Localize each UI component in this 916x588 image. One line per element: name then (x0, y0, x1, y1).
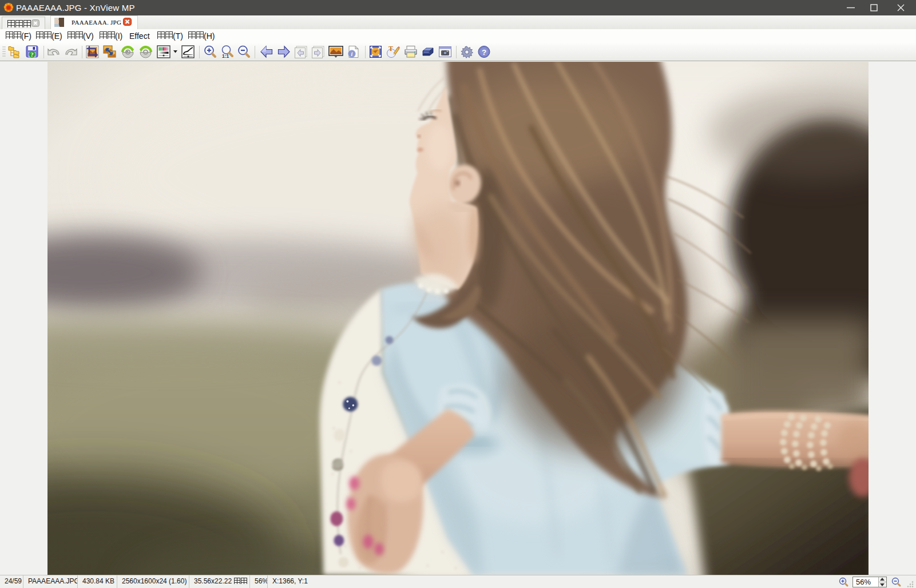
svg-text:T: T (388, 45, 393, 53)
svg-text:1:1: 1:1 (222, 53, 229, 59)
svg-text:?: ? (482, 48, 486, 57)
svg-text:?: ? (30, 51, 34, 58)
svg-text:i: i (351, 51, 353, 57)
